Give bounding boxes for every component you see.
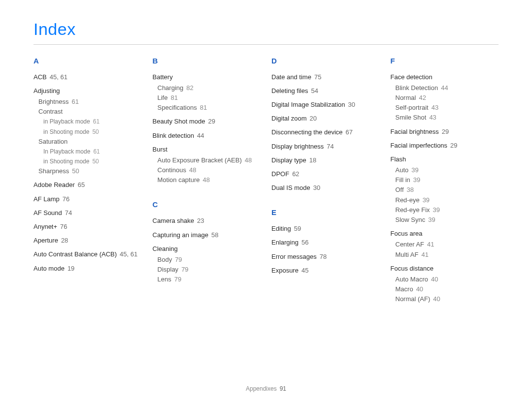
index-entry[interactable]: Display brightness74 <box>271 142 380 151</box>
index-pages: 44 <box>441 84 448 92</box>
index-column: FFace detectionBlink Detection44Normal42… <box>391 56 499 309</box>
index-entry[interactable]: Multi AF41 <box>396 250 499 259</box>
index-pages: 48 <box>189 166 196 174</box>
index-pages: 50 <box>92 128 99 135</box>
index-entry[interactable]: in Shooting mode50 <box>43 127 142 136</box>
index-term: Focus area <box>391 230 423 237</box>
index-entry[interactable]: in Playback mode61 <box>43 117 142 126</box>
index-pages: 23 <box>197 217 204 224</box>
index-entry[interactable]: BurstAuto Exposure Bracket (AEB)48Contin… <box>153 145 261 185</box>
index-entry[interactable]: Focus areaCenter AF41Multi AF41 <box>391 229 499 259</box>
index-entry[interactable]: Blink Detection44 <box>396 84 499 93</box>
index-entry[interactable]: Sharpness50 <box>38 167 142 176</box>
index-entry[interactable]: Slow Sync39 <box>396 216 499 224</box>
page-footer: Appendixes91 <box>0 385 532 393</box>
index-term: Digital Image Stabilization <box>271 101 345 108</box>
index-entry[interactable]: Deleting files54 <box>271 87 380 95</box>
index-entry[interactable]: Face detectionBlink Detection44Normal42S… <box>391 73 499 123</box>
index-entry[interactable]: Facial imperfections29 <box>391 141 499 150</box>
index-entry[interactable]: in Shooting mode50 <box>43 157 142 166</box>
index-entry[interactable]: AF Lamp76 <box>33 195 142 204</box>
index-entry[interactable]: Digital Image Stabilization30 <box>271 100 380 109</box>
index-term: Aperture <box>33 237 58 244</box>
index-entry[interactable]: Anynet+76 <box>33 222 142 231</box>
index-entry[interactable]: Auto Contrast Balance (ACB)45, 61 <box>33 250 142 259</box>
index-term: Life <box>158 94 168 101</box>
index-entry[interactable]: Specifications81 <box>158 103 261 112</box>
index-entry[interactable]: Normal42 <box>396 93 499 102</box>
index-subentries: Brightness61Contrastin Playback mode61in… <box>38 97 142 176</box>
index-entry[interactable]: Red-eye Fix39 <box>396 206 499 215</box>
index-entry[interactable]: Contrastin Playback mode61in Shooting mo… <box>38 107 142 136</box>
index-term: ACB <box>33 73 47 81</box>
index-entry[interactable]: CleaningBody79Display79Lens79 <box>153 245 261 284</box>
index-term: Deleting files <box>271 87 308 94</box>
index-entry[interactable]: Center AF41 <box>396 240 499 249</box>
index-entry[interactable]: Exposure45 <box>271 266 380 275</box>
index-pages: 43 <box>429 114 436 121</box>
index-term: Adobe Reader <box>33 181 75 188</box>
index-term: Normal (AF) <box>396 295 431 303</box>
index-pages: 50 <box>92 158 99 165</box>
index-entry[interactable]: Fill in39 <box>396 176 499 185</box>
index-entry[interactable]: Focus distanceAuto Macro40Macro40Normal … <box>391 264 499 304</box>
index-entry[interactable]: Editing59 <box>271 224 380 233</box>
index-entry[interactable]: Body79 <box>158 255 261 264</box>
index-entry[interactable]: Display type18 <box>271 156 380 165</box>
index-entry[interactable]: Capturing an image58 <box>153 231 261 240</box>
index-entry[interactable]: Adobe Reader65 <box>33 181 142 189</box>
index-entry[interactable]: BatteryCharging82Life81Specifications81 <box>153 73 261 113</box>
index-entry[interactable]: Charging82 <box>158 84 261 93</box>
index-term: Off <box>396 186 404 193</box>
index-term: In Playback mode <box>43 148 90 155</box>
index-subentries: Charging82Life81Specifications81 <box>158 84 261 113</box>
index-pages: 78 <box>320 253 327 260</box>
index-term: Adjusting <box>33 87 60 94</box>
index-entry[interactable]: Continous48 <box>158 166 261 175</box>
index-pages: 50 <box>72 167 79 175</box>
index-entry[interactable]: Off38 <box>396 185 499 194</box>
index-entry[interactable]: Beauty Shot mode29 <box>153 117 261 126</box>
index-entry[interactable]: Auto Exposure Bracket (AEB)48 <box>158 156 261 165</box>
index-entry[interactable]: Lens79 <box>158 275 261 284</box>
index-entry[interactable]: DPOF62 <box>271 170 380 179</box>
index-entry[interactable]: Self-portrait43 <box>396 103 499 112</box>
index-pages: 45, 61 <box>50 73 67 81</box>
index-entry[interactable]: Facial brightness29 <box>391 127 499 136</box>
index-pages: 74 <box>65 209 72 216</box>
index-entry[interactable]: Aperture28 <box>33 236 142 245</box>
index-entry[interactable]: Red-eye39 <box>396 196 499 205</box>
index-entry[interactable]: In Playback mode61 <box>43 147 142 156</box>
index-entry[interactable]: Macro40 <box>396 285 499 294</box>
index-pages: 29 <box>442 128 449 135</box>
index-entry[interactable]: Date and time75 <box>271 73 380 82</box>
index-entry[interactable]: Disconnecting the device67 <box>271 128 380 137</box>
index-entry[interactable]: Smile Shot43 <box>396 113 499 122</box>
index-term: Exposure <box>271 267 299 274</box>
index-entry[interactable]: AdjustingBrightness61Contrastin Playback… <box>33 87 142 176</box>
index-entry[interactable]: Motion capture48 <box>158 176 261 185</box>
index-entry[interactable]: Dual IS mode30 <box>271 184 380 192</box>
index-entry[interactable]: Camera shake23 <box>153 216 261 225</box>
index-entry[interactable]: Error messages78 <box>271 252 380 261</box>
index-entry[interactable]: Brightness61 <box>38 97 142 106</box>
index-term: Digital zoom <box>271 115 307 122</box>
index-entry[interactable]: ACB45, 61 <box>33 73 142 82</box>
index-entry[interactable]: AF Sound74 <box>33 209 142 217</box>
index-entry[interactable]: Life81 <box>158 93 261 102</box>
index-entry[interactable]: Auto mode19 <box>33 264 142 273</box>
index-entry[interactable]: Display79 <box>158 265 261 274</box>
index-pages: 30 <box>348 101 355 108</box>
index-entry[interactable]: Normal (AF)40 <box>396 295 499 304</box>
index-entry[interactable]: Auto39 <box>396 166 499 175</box>
index-entry[interactable]: SaturationIn Playback mode61in Shooting … <box>38 137 142 166</box>
index-term: Normal <box>396 94 416 101</box>
index-entry[interactable]: Digital zoom20 <box>271 114 380 123</box>
index-term: Blink Detection <box>396 84 438 92</box>
index-entry[interactable]: Blink detection44 <box>153 131 261 140</box>
index-entry[interactable]: FlashAuto39Fill in39Off38Red-eye39Red-ey… <box>391 155 499 224</box>
index-pages: 74 <box>327 143 333 150</box>
index-term: in Shooting mode <box>43 128 89 135</box>
index-entry[interactable]: Enlarging56 <box>271 238 380 247</box>
index-entry[interactable]: Auto Macro40 <box>396 275 499 284</box>
